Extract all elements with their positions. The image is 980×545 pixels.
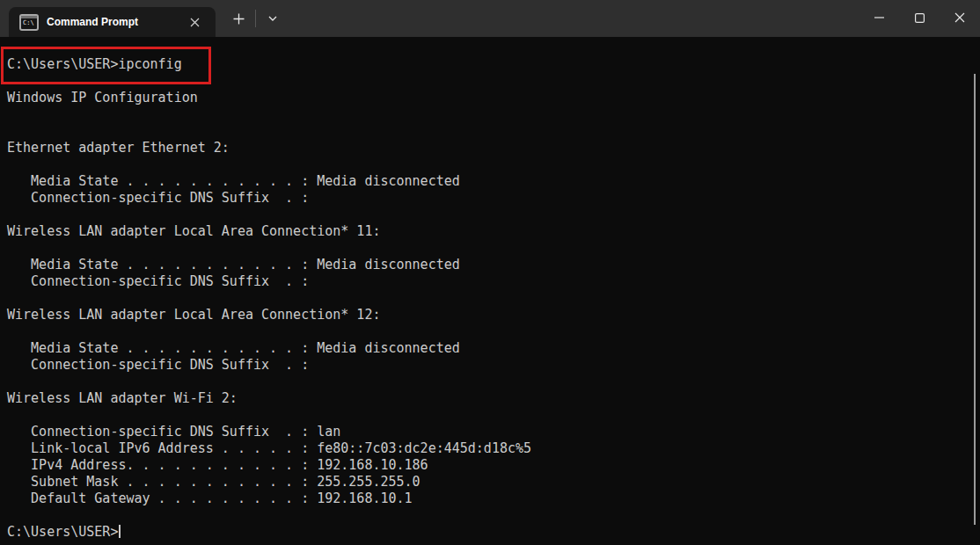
tab-actions [224, 0, 287, 37]
close-button[interactable] [940, 0, 980, 35]
terminal-output-line: Connection-specific DNS Suffix . : [7, 190, 973, 207]
terminal-output-line: Wireless LAN adapter Local Area Connecti… [7, 307, 973, 323]
terminal-output-line: Subnet Mask . . . . . . . . . . . : 255.… [7, 474, 973, 490]
terminal-output-line: Media State . . . . . . . . . . . : Medi… [7, 173, 973, 190]
terminal-output-line: IPv4 Address. . . . . . . . . . . : 192.… [7, 457, 973, 474]
terminal-output-line: Wireless LAN adapter Wi-Fi 2: [7, 390, 973, 407]
terminal-output-line: Connection-specific DNS Suffix . : [7, 357, 973, 374]
minimize-button[interactable] [859, 0, 899, 35]
close-icon [190, 18, 200, 27]
title-bar: Command Prompt [0, 0, 980, 37]
terminal-output-line [7, 106, 973, 123]
terminal-output-line: Wireless LAN adapter Local Area Connecti… [7, 223, 973, 240]
cmd-window-icon [19, 14, 39, 31]
terminal-output-line: Connection-specific DNS Suffix . : [7, 273, 973, 290]
terminal-output-line: Media State . . . . . . . . . . . : Medi… [7, 257, 973, 273]
terminal-prompt-line: C:\Users\USER> [7, 524, 973, 541]
tab-dropdown-button[interactable] [259, 5, 287, 32]
terminal-output-line [7, 290, 973, 307]
terminal-output-line: Connection-specific DNS Suffix . : lan [7, 424, 973, 440]
terminal-output-line [7, 207, 973, 223]
chevron-down-icon [268, 16, 277, 21]
close-icon [954, 12, 965, 23]
scrollbar-thumb[interactable] [974, 74, 976, 525]
terminal-output-line: Link-local IPv6 Address . . . . . : fe80… [7, 440, 973, 457]
terminal-output-line: Ethernet adapter Ethernet 2: [7, 140, 973, 156]
maximize-icon [915, 13, 925, 23]
tab-actions-divider [255, 10, 256, 27]
text-cursor [119, 525, 121, 538]
terminal-command-line: C:\Users\USER>ipconfig [7, 56, 973, 73]
tab-command-prompt[interactable]: Command Prompt [9, 7, 216, 37]
maximize-button[interactable] [899, 0, 940, 35]
new-tab-button[interactable] [224, 5, 252, 32]
tab-title: Command Prompt [47, 16, 182, 28]
terminal-output-line [7, 374, 973, 390]
terminal-output-line [7, 407, 973, 424]
terminal-output-line [7, 123, 973, 140]
terminal-output-line: Media State . . . . . . . . . . . : Medi… [7, 340, 973, 357]
terminal-output-lines: Windows IP ConfigurationEthernet adapter… [7, 73, 973, 524]
minimize-icon [874, 17, 884, 18]
terminal-content[interactable]: C:\Users\USER>ipconfig Windows IP Config… [0, 37, 980, 545]
terminal-output-line [7, 323, 973, 340]
plus-icon [233, 13, 245, 25]
terminal-output-line [7, 507, 973, 524]
prompt-text: C:\Users\USER> [7, 524, 118, 540]
terminal-output-line: Windows IP Configuration [7, 90, 973, 106]
terminal-window: Command Prompt [0, 0, 980, 545]
tab-close-button[interactable] [182, 10, 207, 34]
terminal-output-line: Default Gateway . . . . . . . . . : 192.… [7, 490, 973, 507]
terminal-output-line [7, 73, 973, 90]
terminal-output-line [7, 240, 973, 257]
terminal-output-line [7, 156, 973, 173]
